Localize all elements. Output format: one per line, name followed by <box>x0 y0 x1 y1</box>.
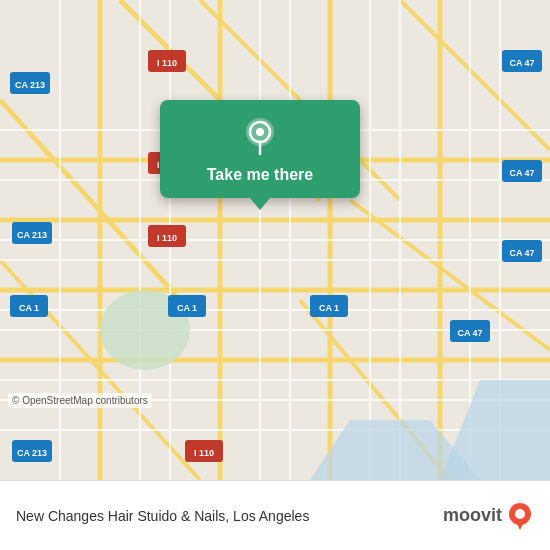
svg-text:CA 1: CA 1 <box>319 303 339 313</box>
svg-marker-71 <box>516 522 524 530</box>
copyright-text: © OpenStreetMap contributors <box>8 393 152 408</box>
svg-text:CA 1: CA 1 <box>177 303 197 313</box>
popup-card: Take me there <box>160 100 360 198</box>
svg-text:CA 213: CA 213 <box>17 448 47 458</box>
svg-text:CA 47: CA 47 <box>509 58 534 68</box>
svg-text:I 110: I 110 <box>194 448 214 458</box>
take-me-there-button[interactable]: Take me there <box>207 166 313 184</box>
svg-text:CA 1: CA 1 <box>19 303 39 313</box>
svg-text:CA 213: CA 213 <box>15 80 45 90</box>
svg-text:CA 213: CA 213 <box>17 230 47 240</box>
svg-point-67 <box>256 128 264 136</box>
info-bar: New Changes Hair Stuido & Nails, Los Ang… <box>0 480 550 550</box>
place-name: New Changes Hair Stuido & Nails, Los Ang… <box>16 508 443 524</box>
moovit-brand-text: moovit <box>443 505 502 526</box>
svg-text:I 110: I 110 <box>157 58 177 68</box>
moovit-logo: moovit <box>443 502 534 530</box>
svg-text:CA 47: CA 47 <box>509 248 534 258</box>
svg-point-70 <box>515 509 525 519</box>
map-container: CA 213 CA 213 CA 213 I 110 I 110 I 110 I… <box>0 0 550 480</box>
svg-text:CA 47: CA 47 <box>509 168 534 178</box>
svg-text:CA 47: CA 47 <box>457 328 482 338</box>
moovit-brand-icon <box>506 502 534 530</box>
svg-text:I 110: I 110 <box>157 233 177 243</box>
location-pin-icon <box>240 116 280 156</box>
